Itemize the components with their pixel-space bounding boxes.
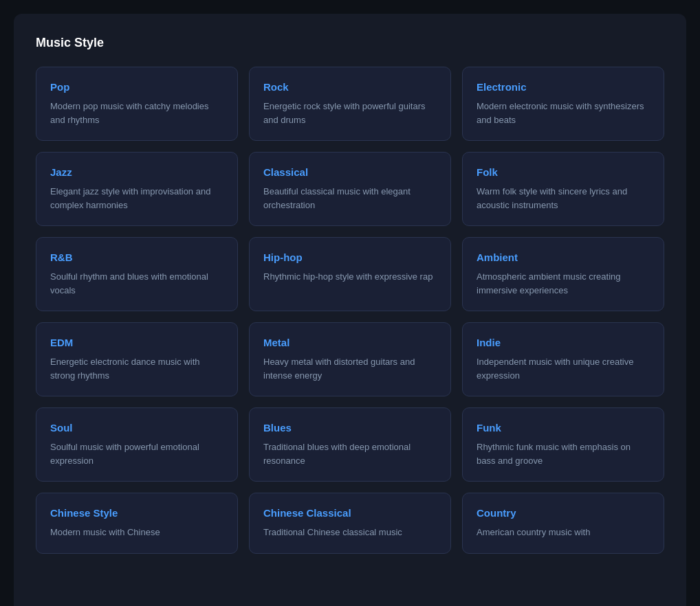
music-style-card-edm[interactable]: EDMEnergetic electronic dance music with… xyxy=(36,322,238,396)
music-style-card-rock[interactable]: RockEnergetic rock style with powerful g… xyxy=(249,67,451,141)
card-description-folk: Warm folk style with sincere lyrics and … xyxy=(477,185,650,212)
music-style-card-chinese-style[interactable]: Chinese StyleModern music with Chinese xyxy=(36,493,238,554)
music-style-card-pop[interactable]: PopModern pop music with catchy melodies… xyxy=(36,67,238,141)
card-description-indie: Independent music with unique creative e… xyxy=(477,355,650,382)
card-description-rock: Energetic rock style with powerful guita… xyxy=(263,100,437,126)
card-description-ambient: Atmospheric ambient music creating immer… xyxy=(477,270,650,297)
card-title-electronic: Electronic xyxy=(477,81,650,93)
music-style-card-rnb[interactable]: R&BSoulful rhythm and blues with emotion… xyxy=(36,237,238,311)
card-title-ambient: Ambient xyxy=(477,251,650,263)
music-style-card-blues[interactable]: BluesTraditional blues with deep emotion… xyxy=(249,407,451,482)
card-description-classical: Beautiful classical music with elegant o… xyxy=(263,185,437,212)
card-title-funk: Funk xyxy=(477,422,650,434)
card-description-metal: Heavy metal with distorted guitars and i… xyxy=(263,355,437,382)
music-style-card-hiphop[interactable]: Hip-hopRhythmic hip-hop style with expre… xyxy=(249,237,451,311)
card-description-pop: Modern pop music with catchy melodies an… xyxy=(50,100,223,126)
card-title-blues: Blues xyxy=(263,422,437,434)
card-description-chinese-classical: Traditional Chinese classical music xyxy=(263,526,437,539)
music-style-card-jazz[interactable]: JazzElegant jazz style with improvisatio… xyxy=(36,152,238,226)
music-style-card-classical[interactable]: ClassicalBeautiful classical music with … xyxy=(249,152,451,226)
page-title: Music Style xyxy=(36,36,664,50)
music-style-card-country[interactable]: CountryAmerican country music with xyxy=(462,493,664,554)
card-title-folk: Folk xyxy=(477,166,650,178)
card-title-chinese-classical: Chinese Classical xyxy=(263,507,437,519)
card-description-funk: Rhythmic funk music with emphasis on bas… xyxy=(477,440,650,467)
card-title-rnb: R&B xyxy=(50,251,223,263)
card-description-blues: Traditional blues with deep emotional re… xyxy=(263,440,437,467)
card-description-electronic: Modern electronic music with synthesizer… xyxy=(477,100,650,126)
card-description-chinese-style: Modern music with Chinese xyxy=(50,526,223,539)
music-style-card-chinese-classical[interactable]: Chinese ClassicalTraditional Chinese cla… xyxy=(249,493,451,554)
music-style-card-metal[interactable]: MetalHeavy metal with distorted guitars … xyxy=(249,322,451,396)
card-description-jazz: Elegant jazz style with improvisation an… xyxy=(50,185,223,212)
card-title-classical: Classical xyxy=(263,166,437,178)
card-description-hiphop: Rhythmic hip-hop style with expressive r… xyxy=(263,270,437,284)
card-title-edm: EDM xyxy=(50,337,223,348)
music-style-card-ambient[interactable]: AmbientAtmospheric ambient music creatin… xyxy=(462,237,664,311)
card-title-country: Country xyxy=(477,507,650,519)
card-title-indie: Indie xyxy=(477,337,650,348)
music-style-card-folk[interactable]: FolkWarm folk style with sincere lyrics … xyxy=(462,152,664,226)
card-title-hiphop: Hip-hop xyxy=(263,251,437,263)
music-style-card-electronic[interactable]: ElectronicModern electronic music with s… xyxy=(462,67,664,141)
music-style-card-funk[interactable]: FunkRhythmic funk music with emphasis on… xyxy=(462,407,664,482)
card-title-pop: Pop xyxy=(50,81,223,93)
card-title-chinese-style: Chinese Style xyxy=(50,507,223,519)
card-title-metal: Metal xyxy=(263,337,437,348)
card-description-rnb: Soulful rhythm and blues with emotional … xyxy=(50,270,223,297)
card-description-country: American country music with xyxy=(477,526,650,539)
card-title-rock: Rock xyxy=(263,81,437,93)
music-style-container: Music Style PopModern pop music with cat… xyxy=(14,14,686,606)
music-style-card-soul[interactable]: SoulSoulful music with powerful emotiona… xyxy=(36,407,238,482)
music-style-grid: PopModern pop music with catchy melodies… xyxy=(36,67,664,554)
card-description-soul: Soulful music with powerful emotional ex… xyxy=(50,440,223,467)
music-style-card-indie[interactable]: IndieIndependent music with unique creat… xyxy=(462,322,664,396)
card-title-soul: Soul xyxy=(50,422,223,434)
card-description-edm: Energetic electronic dance music with st… xyxy=(50,355,223,382)
card-title-jazz: Jazz xyxy=(50,166,223,178)
